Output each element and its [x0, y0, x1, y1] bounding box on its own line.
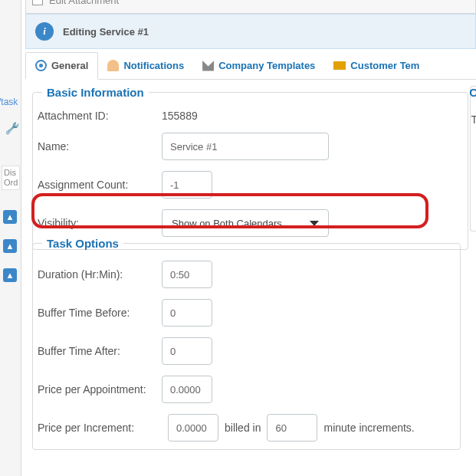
name-input[interactable]	[162, 133, 329, 160]
info-bar: i Editing Service #1	[25, 14, 476, 49]
info-bar-text: Editing Service #1	[63, 26, 149, 38]
chevron-down-icon	[310, 221, 319, 226]
tab-notifications-label: Notifications	[123, 60, 184, 71]
buffer-after-label: Buffer Time After:	[38, 345, 162, 357]
visibility-label: Visibility:	[38, 217, 162, 229]
tabs: General Notifications Company Templates …	[25, 51, 476, 80]
buffer-before-label: Buffer Time Before:	[38, 307, 162, 319]
tab-company-templates[interactable]: Company Templates	[193, 51, 324, 79]
price-per-incr-input[interactable]	[168, 414, 218, 442]
left-rail: /task 🔧 Dis Ord ▲ ▲ ▲	[0, 0, 21, 476]
right-label-fragment: T	[471, 113, 476, 126]
legend-task-options: Task Options	[42, 237, 123, 250]
tab-customer-templates-label: Customer Tem	[350, 60, 419, 71]
url-fragment: /task	[0, 97, 18, 107]
buffer-after-input[interactable]	[162, 337, 212, 365]
form-area: Basic Information Attachment ID: 155889 …	[32, 86, 468, 264]
price-per-appt-input[interactable]	[162, 376, 212, 403]
attachment-id-value: 155889	[162, 110, 198, 122]
breadcrumb-label: Edit Attachment	[49, 0, 119, 6]
envelope-icon	[202, 60, 214, 71]
billed-in-text: billed in	[225, 422, 261, 434]
visibility-select[interactable]: Show on Both Calendars	[162, 209, 329, 237]
attachment-id-label: Attachment ID:	[38, 110, 162, 122]
wrench-icon: 🔧	[5, 121, 19, 136]
price-per-appt-label: Price per Appointment:	[38, 383, 162, 396]
tab-company-templates-label: Company Templates	[218, 60, 315, 71]
name-label: Name:	[38, 140, 162, 153]
left-rail-icon-2[interactable]: ▲	[3, 239, 17, 253]
left-rail-icon-1[interactable]: ▲	[3, 210, 17, 224]
gear-icon	[35, 60, 47, 71]
duration-label: Duration (Hr:Min):	[38, 268, 162, 281]
fieldset-task-options: Task Options Duration (Hr:Min): Buffer T…	[32, 237, 461, 450]
tab-general[interactable]: General	[25, 52, 98, 80]
fieldset-basic-info: Basic Information Attachment ID: 155889 …	[32, 86, 468, 250]
left-rail-icon-3[interactable]: ▲	[3, 268, 17, 282]
assignment-count-label: Assignment Count:	[38, 179, 162, 191]
increment-minutes-input[interactable]	[267, 414, 317, 442]
right-fieldset-edge	[470, 86, 476, 231]
breadcrumb-bar: Edit Attachment	[25, 0, 476, 14]
envelope-gold-icon	[333, 61, 346, 70]
info-icon: i	[35, 22, 54, 41]
right-legend-fragment: C	[469, 86, 476, 99]
minute-increments-text: minute increments.	[323, 422, 414, 434]
duration-input[interactable]	[162, 261, 212, 288]
breadcrumb-checkbox[interactable]	[32, 0, 43, 5]
tab-notifications[interactable]: Notifications	[98, 51, 193, 79]
buffer-before-input[interactable]	[162, 299, 212, 327]
assignment-count-input[interactable]	[162, 171, 212, 199]
tab-customer-templates[interactable]: Customer Tem	[324, 51, 428, 79]
tab-general-label: General	[51, 60, 88, 71]
visibility-select-value: Show on Both Calendars	[172, 218, 282, 229]
legend-basic-info: Basic Information	[42, 86, 149, 99]
left-rail-abbrev: Dis Ord	[2, 166, 20, 190]
main-panel: Edit Attachment i Editing Service #1 Gen…	[21, 0, 476, 476]
person-icon	[107, 60, 119, 71]
price-per-incr-label: Price per Increment:	[38, 422, 162, 434]
